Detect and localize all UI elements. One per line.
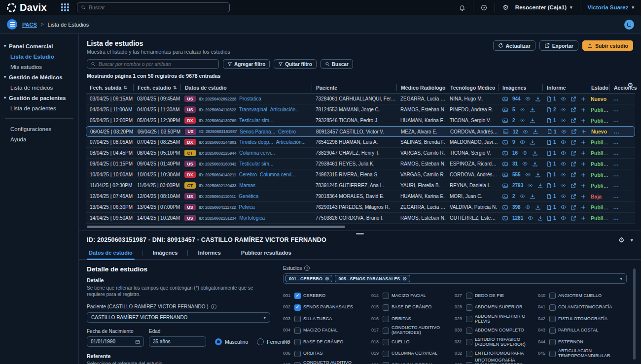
table-row[interactable]: 05/04/25 | 12:00PM05/04/25 | 12:30PMDXID… (86, 115, 635, 126)
column-header-7[interactable]: Informe (542, 84, 587, 91)
bell-icon[interactable] (459, 4, 465, 11)
add-filter-button[interactable]: Agregar filtro (223, 59, 270, 69)
tab-datos-de-estudio[interactable]: Datos de estudio (87, 246, 135, 260)
add-report-icon[interactable] (580, 161, 586, 167)
column-header-5[interactable]: Tecnólogo Médico (446, 84, 498, 91)
send-report-icon[interactable] (570, 161, 576, 167)
column-header-6[interactable]: Imágenes (498, 84, 542, 91)
row-actions-button[interactable]: ... (609, 139, 629, 145)
download-images-icon[interactable] (530, 118, 535, 124)
download-images-icon[interactable] (530, 194, 535, 199)
view-images-icon[interactable] (527, 183, 534, 188)
view-images-icon[interactable] (522, 150, 528, 156)
add-report-icon[interactable] (580, 194, 586, 199)
view-report-icon[interactable] (560, 215, 567, 221)
study-link[interactable]: Senos Parana... (240, 129, 275, 134)
davix-logo[interactable]: Davix (7, 2, 47, 13)
view-images-icon[interactable] (522, 161, 528, 166)
column-header-1[interactable]: Fech. estudio⇅ (133, 84, 180, 91)
table-row[interactable]: 10/04/25 | 10:00AM10/04/25 | 10:30AMDXID… (86, 169, 635, 180)
study-link[interactable]: Mamas (239, 183, 255, 188)
checkbox-unchecked[interactable] (294, 328, 301, 334)
send-report-icon[interactable] (570, 215, 576, 221)
checkbox-unchecked[interactable] (549, 293, 556, 299)
view-report-icon[interactable] (560, 183, 567, 188)
download-images-icon[interactable] (535, 172, 541, 178)
checkbox-unchecked[interactable] (466, 328, 472, 334)
checkbox-unchecked[interactable] (294, 351, 301, 357)
view-images-icon[interactable] (519, 139, 526, 145)
view-images-icon[interactable] (519, 107, 526, 112)
global-search[interactable] (77, 2, 230, 12)
table-row[interactable]: 03/04/25 | 09:15AM03/04/25 | 09:45AMUSID… (86, 94, 635, 104)
add-report-icon[interactable] (581, 129, 587, 134)
export-button[interactable]: Exportar (539, 40, 578, 51)
sidebar-item-lista-de-médicos[interactable]: Lista de médicos (0, 82, 78, 93)
sidebar-item-lista-de-pacientes[interactable]: Lista de pacientes (0, 103, 78, 113)
study-link[interactable]: Articulación... (276, 139, 306, 145)
row-actions-button[interactable]: ... (609, 150, 629, 156)
row-actions-button[interactable]: ... (609, 215, 629, 221)
table-row[interactable]: 07/04/25 | 08:05AM07/04/25 | 08:25AMDXID… (86, 137, 635, 148)
column-header-9[interactable]: Acciones (609, 84, 629, 91)
view-report-icon[interactable] (560, 204, 567, 210)
view-images-icon[interactable] (522, 129, 529, 134)
age-field[interactable]: 35 años (149, 336, 206, 347)
sidebar-group-2[interactable]: ▾Gestión de pacientes (0, 93, 78, 103)
apps-grid-icon[interactable] (61, 3, 69, 11)
row-actions-button[interactable]: ... (609, 118, 629, 123)
search-button[interactable]: Buscar (320, 59, 353, 69)
view-report-icon[interactable] (560, 172, 567, 177)
send-report-icon[interactable] (570, 194, 576, 199)
send-report-icon[interactable] (570, 96, 576, 102)
table-row[interactable]: 06/04/25 | 03:20PM06/04/25 | 03:50PMUSID… (86, 126, 635, 137)
tab-imágenes[interactable]: Imágenes (151, 246, 180, 260)
checkbox-unchecked[interactable] (466, 316, 472, 322)
add-report-icon[interactable] (580, 139, 586, 145)
checkbox-unchecked[interactable] (383, 293, 389, 299)
row-actions-button[interactable]: ... (609, 194, 629, 199)
checkbox-checked[interactable]: ✓ (294, 293, 301, 299)
row-actions-button[interactable]: ... (609, 204, 629, 210)
table-settings-gear-icon[interactable]: ⚙ (627, 82, 633, 88)
row-actions-button[interactable]: ... (609, 172, 629, 177)
checkbox-unchecked[interactable] (466, 339, 472, 345)
sidebar-item-mis-estudios[interactable]: Mis estudios (0, 62, 78, 72)
table-row[interactable]: 14/04/25 | 09:50AM14/04/25 | 10:20AMUSID… (86, 213, 635, 224)
column-header-2[interactable]: Datos de estudio (180, 84, 312, 91)
add-report-icon[interactable] (580, 96, 586, 102)
view-images-icon[interactable] (525, 204, 531, 210)
view-images-icon[interactable] (525, 96, 531, 101)
checkbox-unchecked[interactable] (383, 328, 389, 334)
calendar-icon[interactable] (135, 339, 140, 344)
remove-tag-icon[interactable]: ⊗ (325, 276, 329, 281)
study-link[interactable]: Testicular sim... (239, 161, 273, 166)
checkbox-unchecked[interactable] (294, 316, 301, 322)
study-link[interactable]: Columna cervi... (260, 172, 295, 177)
download-images-icon[interactable] (532, 150, 538, 156)
download-images-icon[interactable] (535, 96, 541, 102)
study-link[interactable]: Pelvica (239, 204, 254, 210)
view-images-icon[interactable] (519, 118, 526, 123)
row-actions-button[interactable]: ... (609, 107, 629, 112)
checkbox-unchecked[interactable] (549, 339, 556, 345)
panel-toggle-icon[interactable] (624, 20, 634, 30)
user-menu[interactable]: Victoria Suarez ▾ (588, 4, 634, 10)
send-report-icon[interactable] (570, 118, 576, 124)
checkbox-unchecked[interactable] (383, 362, 389, 364)
collapse-chevron-icon[interactable]: ▾ (630, 237, 633, 243)
tab-publicar-resultados[interactable]: Publicar resultados (239, 246, 293, 260)
breadcrumb-root[interactable]: PACS (22, 22, 37, 28)
download-images-icon[interactable] (537, 215, 542, 221)
view-report-icon[interactable] (560, 139, 567, 145)
send-report-icon[interactable] (571, 129, 577, 134)
global-search-input[interactable] (89, 4, 226, 10)
row-actions-button[interactable]: ... (609, 183, 629, 188)
study-link[interactable]: Prostatica (239, 96, 261, 101)
horizontal-scrollbar[interactable] (86, 225, 635, 229)
download-images-icon[interactable] (533, 129, 538, 134)
sidebar-group-0[interactable]: ▾Panel Comercial (0, 41, 78, 51)
view-report-icon[interactable] (560, 96, 567, 101)
view-report-icon[interactable] (560, 107, 567, 112)
add-report-icon[interactable] (580, 204, 586, 210)
